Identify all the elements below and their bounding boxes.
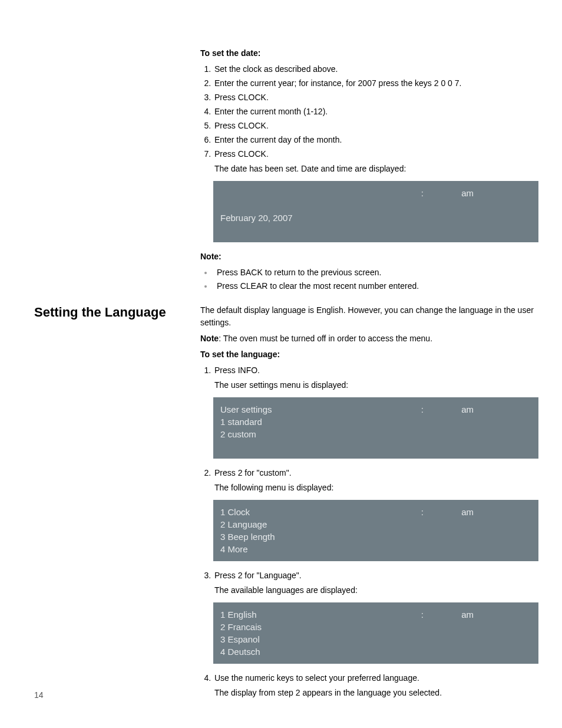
set-lang-steps-2: Press 2 for "custom". The following menu… [200,467,538,494]
display-cm-line3: 3 Beep length [220,531,531,543]
set-lang-steps: Press INFO. The user settings menu is di… [200,364,538,391]
set-lang-steps-3: Press 2 for "Language". The available la… [200,569,538,597]
lang-step-4: Use the numeric keys to select your pref… [213,672,538,699]
set-lang-steps-4: Use the numeric keys to select your pref… [200,672,538,699]
set-lang-heading: To set the language: [200,348,538,361]
lang-note-label: Note [200,334,219,343]
lang-step-1-sub: The user settings menu is displayed: [214,379,538,391]
display-am-label: am [461,403,474,416]
display-cm-line1: 1 Clock [220,506,531,518]
display-us-line2: 1 standard [220,416,531,428]
set-date-result-text: The date has been set. Date and time are… [214,163,538,175]
display-colon: : [421,403,424,416]
display-custom-menu: : am 1 Clock 2 Language 3 Beep length 4 … [213,500,538,561]
display-colon: : [421,608,424,621]
display-languages: : am 1 English 2 Francais 3 Espanol 4 De… [213,602,538,664]
lang-note-text: : The oven must be turned off in order t… [219,334,432,343]
lang-step-1-text: Press INFO. [214,365,260,375]
lang-note: Note: The oven must be turned off in ord… [200,332,538,345]
display-date-screen: : am February 20, 2007 [213,181,538,242]
lang-step-1: Press INFO. The user settings menu is di… [213,364,538,391]
set-date-step-7-text: Press CLOCK. [214,149,269,159]
display-lang-line2: 2 Francais [220,621,531,633]
lang-step-4-text: Use the numeric keys to select your pref… [214,673,419,683]
set-date-heading: To set the date: [200,47,538,60]
display-us-line1: User settings [220,403,531,416]
note-heading: Note: [200,251,538,263]
lang-step-2-sub: The following menu is displayed: [214,482,538,494]
display-lang-line3: 3 Espanol [220,633,531,645]
display-lang-line4: 4 Deutsch [220,645,531,658]
display-date-line: February 20, 2007 [220,212,531,224]
display-user-settings: : am User settings 1 standard 2 custom [213,397,538,459]
display-colon: : [421,506,424,518]
set-date-step-7: Press CLOCK. The date has been set. Date… [213,148,538,175]
lang-step-2-text: Press 2 for "custom". [214,468,292,477]
display-lang-line1: 1 English [220,608,531,621]
display-am-label: am [461,187,474,199]
note-item-2: Press CLEAR to clear the most recent num… [213,280,538,292]
set-date-step-2: Enter the current year; for instance, fo… [213,77,538,90]
lang-step-2: Press 2 for "custom". The following menu… [213,467,538,494]
lang-step-4-sub: The display from step 2 appears in the l… [214,687,538,699]
lang-intro-text: The default display language is English.… [200,304,538,329]
set-date-steps: Set the clock as described above. Enter … [200,63,538,175]
lang-step-3: Press 2 for "Language". The available la… [213,569,538,597]
note-list: Press BACK to return to the previous scr… [200,266,538,292]
set-date-step-1: Set the clock as described above. [213,63,538,75]
set-date-step-4: Enter the current month (1-12). [213,106,538,118]
set-date-step-5: Press CLOCK. [213,120,538,132]
display-cm-line4: 4 More [220,543,531,555]
display-am-label: am [461,506,474,518]
display-colon: : [421,187,424,199]
set-date-step-6: Enter the current day of the month. [213,134,538,146]
lang-step-3-text: Press 2 for "Language". [214,571,302,580]
page-number: 14 [34,689,44,701]
note-item-1: Press BACK to return to the previous scr… [213,266,538,279]
display-us-line3: 2 custom [220,428,531,440]
set-date-step-3: Press CLOCK. [213,91,538,104]
lang-step-3-sub: The available languages are displayed: [214,584,538,597]
section-title: Setting the Language [34,302,187,322]
display-am-label: am [461,608,474,621]
display-cm-line2: 2 Language [220,518,531,531]
